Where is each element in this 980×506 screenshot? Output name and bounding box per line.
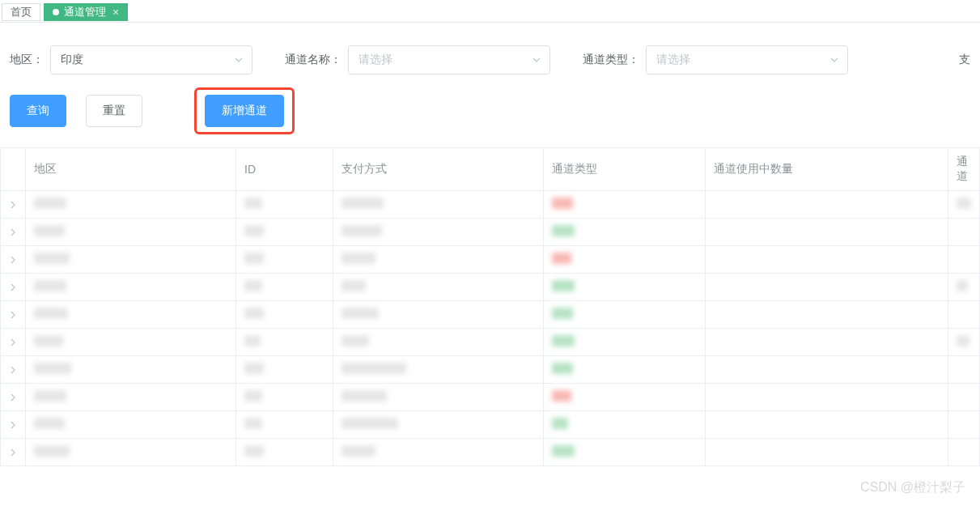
button-row: 查询 重置 新增通道 bbox=[0, 81, 980, 147]
cell-channel bbox=[948, 274, 980, 301]
cell-pay-method bbox=[333, 411, 544, 439]
header-in-use-count: 通道使用中数量 bbox=[706, 148, 948, 191]
cell-pay-method bbox=[333, 439, 544, 466]
cell-channel bbox=[948, 301, 980, 329]
cell-region bbox=[26, 384, 236, 411]
cell-channel bbox=[948, 191, 980, 219]
cell-id bbox=[236, 439, 333, 466]
expand-toggle[interactable] bbox=[1, 274, 26, 301]
add-channel-button[interactable]: 新增通道 bbox=[205, 95, 284, 127]
tab-home-label: 首页 bbox=[11, 5, 32, 19]
expand-toggle[interactable] bbox=[1, 411, 26, 439]
tab-home[interactable]: 首页 bbox=[2, 3, 40, 21]
cell-id bbox=[236, 246, 333, 274]
table-row bbox=[1, 274, 980, 301]
region-value: 印度 bbox=[61, 53, 83, 67]
table-row bbox=[1, 411, 980, 439]
cell-pay-method bbox=[333, 191, 544, 219]
cell-channel-type bbox=[544, 246, 706, 274]
cell-in-use-count bbox=[706, 191, 948, 219]
filter-bar: 地区： 印度 通道名称： 请选择 通道类型： 请选择 支 bbox=[0, 23, 980, 81]
expand-toggle[interactable] bbox=[1, 219, 26, 246]
table-row bbox=[1, 329, 980, 356]
cell-pay-method bbox=[333, 384, 544, 411]
reset-button[interactable]: 重置 bbox=[86, 95, 142, 127]
table-row bbox=[1, 384, 980, 411]
reset-button-label: 重置 bbox=[103, 104, 125, 118]
channel-type-select[interactable]: 请选择 bbox=[646, 45, 848, 74]
close-icon[interactable]: × bbox=[112, 6, 119, 19]
cell-channel-type bbox=[544, 384, 706, 411]
cell-region bbox=[26, 219, 236, 246]
expand-toggle[interactable] bbox=[1, 356, 26, 384]
channel-name-select[interactable]: 请选择 bbox=[348, 45, 550, 74]
cell-channel bbox=[948, 329, 980, 356]
tab-channel-management[interactable]: 通道管理 × bbox=[44, 3, 128, 21]
cell-channel bbox=[948, 411, 980, 439]
cell-channel-type bbox=[544, 439, 706, 466]
cell-in-use-count bbox=[706, 301, 948, 329]
cell-id bbox=[236, 301, 333, 329]
cell-in-use-count bbox=[706, 246, 948, 274]
header-channel: 通道 bbox=[948, 148, 980, 191]
cell-region bbox=[26, 191, 236, 219]
cell-in-use-count bbox=[706, 384, 948, 411]
cell-region bbox=[26, 301, 236, 329]
table-row bbox=[1, 439, 980, 466]
cell-channel bbox=[948, 219, 980, 246]
filter-channel-type: 通道类型： 请选择 bbox=[583, 45, 848, 74]
cell-pay-method bbox=[333, 301, 544, 329]
table-header-row: 地区 ID 支付方式 通道类型 通道使用中数量 通道 bbox=[1, 148, 980, 191]
channel-type-placeholder: 请选择 bbox=[656, 53, 690, 67]
cell-channel-type bbox=[544, 191, 706, 219]
cell-id bbox=[236, 219, 333, 246]
cell-channel bbox=[948, 384, 980, 411]
filter-region: 地区： 印度 bbox=[10, 45, 252, 74]
cell-region bbox=[26, 411, 236, 439]
tab-active-label: 通道管理 bbox=[64, 5, 106, 19]
region-select[interactable]: 印度 bbox=[50, 45, 252, 74]
cell-id bbox=[236, 274, 333, 301]
cell-channel bbox=[948, 439, 980, 466]
cell-channel-type bbox=[544, 274, 706, 301]
channel-table: 地区 ID 支付方式 通道类型 通道使用中数量 通道 bbox=[0, 147, 980, 466]
cell-in-use-count bbox=[706, 274, 948, 301]
cell-channel bbox=[948, 246, 980, 274]
filter-channel-name: 通道名称： 请选择 bbox=[285, 45, 550, 74]
table-row bbox=[1, 246, 980, 274]
cell-pay-method bbox=[333, 274, 544, 301]
table-row bbox=[1, 356, 980, 384]
expand-toggle[interactable] bbox=[1, 439, 26, 466]
cell-region bbox=[26, 246, 236, 274]
cell-channel-type bbox=[544, 356, 706, 384]
cell-region bbox=[26, 329, 236, 356]
cell-channel bbox=[948, 356, 980, 384]
cell-pay-method bbox=[333, 356, 544, 384]
cell-id bbox=[236, 384, 333, 411]
expand-toggle[interactable] bbox=[1, 329, 26, 356]
active-dot-icon bbox=[53, 9, 59, 15]
header-expand bbox=[1, 148, 26, 191]
cell-channel-type bbox=[544, 411, 706, 439]
extra-filter-label: 支 bbox=[959, 53, 970, 67]
chevron-down-icon bbox=[234, 55, 244, 65]
search-button-label: 查询 bbox=[27, 104, 49, 118]
cell-id bbox=[236, 411, 333, 439]
expand-toggle[interactable] bbox=[1, 301, 26, 329]
cell-id bbox=[236, 356, 333, 384]
channel-name-placeholder: 请选择 bbox=[358, 53, 392, 67]
search-button[interactable]: 查询 bbox=[10, 95, 66, 127]
chevron-down-icon bbox=[532, 55, 541, 65]
expand-toggle[interactable] bbox=[1, 384, 26, 411]
region-label: 地区： bbox=[10, 53, 44, 67]
cell-id bbox=[236, 191, 333, 219]
expand-toggle[interactable] bbox=[1, 246, 26, 274]
expand-toggle[interactable] bbox=[1, 191, 26, 219]
cell-in-use-count bbox=[706, 439, 948, 466]
cell-region bbox=[26, 274, 236, 301]
cell-region bbox=[26, 439, 236, 466]
cell-region bbox=[26, 356, 236, 384]
table-row bbox=[1, 219, 980, 246]
cell-id bbox=[236, 329, 333, 356]
header-channel-type: 通道类型 bbox=[544, 148, 706, 191]
